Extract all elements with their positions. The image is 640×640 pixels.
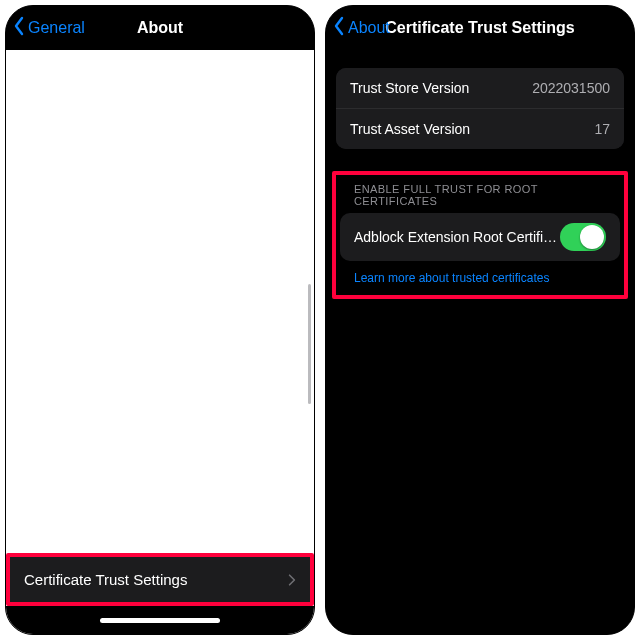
toggle-enable-full-trust[interactable] <box>560 223 606 251</box>
row-label: Trust Asset Version <box>350 121 470 137</box>
row-certificate-trust-settings[interactable]: Certificate Trust Settings <box>10 557 310 602</box>
row-adblock-root-cert: Adblock Extension Root Certificat… <box>340 213 620 261</box>
navbar-cert-trust: About Certificate Trust Settings <box>326 6 634 50</box>
back-label: General <box>28 19 85 37</box>
back-button-about[interactable]: About <box>332 16 390 40</box>
group-trust-versions: Trust Store Version 2022031500 Trust Ass… <box>336 68 624 149</box>
phone-right-cert-trust: About Certificate Trust Settings Trust S… <box>325 5 635 635</box>
toggle-knob <box>580 225 604 249</box>
row-label: Trust Store Version <box>350 80 469 96</box>
chevron-left-icon <box>332 16 346 40</box>
scroll-indicator <box>308 284 311 404</box>
row-value: 2022031500 <box>532 80 610 96</box>
home-indicator <box>6 606 314 634</box>
back-button-general[interactable]: General <box>12 16 85 40</box>
cert-trust-content: Trust Store Version 2022031500 Trust Ass… <box>326 50 634 634</box>
row-trust-asset-version: Trust Asset Version 17 <box>336 108 624 149</box>
row-value: 17 <box>594 121 610 137</box>
row-label: Certificate Trust Settings <box>24 571 187 588</box>
row-trust-store-version: Trust Store Version 2022031500 <box>336 68 624 108</box>
highlight-cert-trust: Certificate Trust Settings <box>6 553 314 606</box>
home-indicator-bar <box>100 618 220 623</box>
link-learn-more-trusted-certs[interactable]: Learn more about trusted certificates <box>340 261 620 287</box>
phone-left-about: General About Certificate Trust Settings <box>5 5 315 635</box>
chevron-right-icon <box>288 573 296 587</box>
toggle-label: Adblock Extension Root Certificat… <box>354 229 560 245</box>
section-header-root-certs: ENABLE FULL TRUST FOR ROOT CERTIFICATES <box>340 183 620 213</box>
navbar-about: General About <box>6 6 314 50</box>
highlight-root-cert-toggle: ENABLE FULL TRUST FOR ROOT CERTIFICATES … <box>332 171 628 299</box>
back-label: About <box>348 19 390 37</box>
about-content-area: Certificate Trust Settings <box>6 50 314 634</box>
chevron-left-icon <box>12 16 26 40</box>
